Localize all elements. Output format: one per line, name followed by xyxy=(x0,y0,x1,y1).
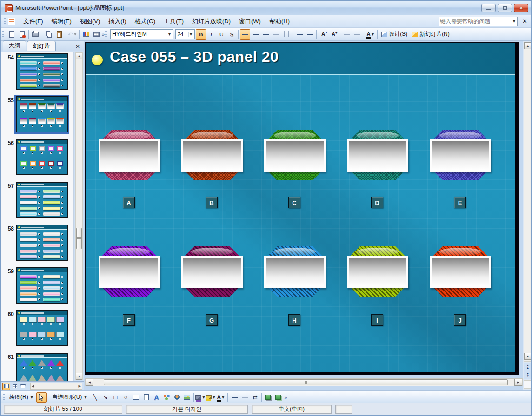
underline-button[interactable]: U xyxy=(216,29,226,40)
panel-3d-A[interactable] xyxy=(99,130,160,180)
scroll-right-icon[interactable]: ▶ xyxy=(79,384,81,388)
tab-slides[interactable]: 幻灯片 xyxy=(27,41,56,51)
autoshapes-button[interactable]: 自选图形(U)▾ xyxy=(50,392,90,403)
scroll-left-icon[interactable]: ◀ xyxy=(32,384,34,388)
numbered-list-button[interactable] xyxy=(294,29,305,40)
decrease-indent-button[interactable] xyxy=(342,29,352,40)
slide-thumbnail-58[interactable] xyxy=(16,225,68,261)
help-dropdown-icon[interactable]: ▾ xyxy=(512,19,516,24)
decrease-font-button[interactable]: A▼ xyxy=(328,29,339,40)
select-objects-button[interactable] xyxy=(36,392,47,403)
slide-thumbnail-57[interactable] xyxy=(16,182,68,218)
align-center-button[interactable] xyxy=(250,29,260,40)
scroll-up-icon[interactable]: ▲ xyxy=(76,53,82,59)
slideshow-button[interactable] xyxy=(19,383,27,390)
menu-item-2[interactable]: 视图(V) xyxy=(76,16,104,27)
horizontal-scroll-track[interactable] xyxy=(93,379,514,386)
scroll-up-icon[interactable]: ▲ xyxy=(524,42,532,49)
scroll-right-icon[interactable]: ▶ xyxy=(514,379,522,386)
toolbar-grip[interactable] xyxy=(3,394,5,401)
font-size-dropdown-icon[interactable]: ▾ xyxy=(188,32,193,37)
italic-button[interactable]: I xyxy=(206,29,216,40)
tab-outline[interactable]: 大纲 xyxy=(3,40,26,51)
slide-thumbnail-59[interactable] xyxy=(16,267,68,304)
draw-font-color-button[interactable]: A▾ xyxy=(216,392,226,403)
font-color-dropdown-icon[interactable]: ▾ xyxy=(371,32,375,37)
menu-item-0[interactable]: 文件(F) xyxy=(19,16,47,27)
open-button[interactable] xyxy=(17,29,27,40)
slide-thumbnail-54[interactable] xyxy=(16,53,68,90)
bullet-list-button[interactable] xyxy=(305,29,315,40)
text-box-button[interactable] xyxy=(131,392,141,403)
panel-3d-J[interactable] xyxy=(430,246,491,297)
next-slide-button[interactable]: ▼▼ xyxy=(524,371,532,379)
diagram-button[interactable] xyxy=(161,392,172,403)
arrow-button[interactable]: ↘ xyxy=(100,392,110,403)
slide-thumbnail-60[interactable] xyxy=(16,310,68,346)
scroll-down-icon[interactable]: ▼ xyxy=(524,353,532,360)
slide-thumbnail-61[interactable] xyxy=(16,353,68,381)
align-right-button[interactable] xyxy=(260,29,271,40)
vertical-text-button[interactable] xyxy=(281,29,291,40)
copy-button[interactable] xyxy=(44,29,54,40)
pane-scrollbar[interactable]: ▲ ▼ xyxy=(75,52,83,380)
font-size-combo[interactable]: 24 ▾ xyxy=(175,29,195,39)
bold-button[interactable]: B xyxy=(196,29,206,40)
toolbar-grip[interactable] xyxy=(4,18,6,25)
pane-scrollbar-thumb[interactable] xyxy=(76,228,82,249)
close-button[interactable]: ✕ xyxy=(514,4,528,12)
panel-3d-G[interactable] xyxy=(181,246,243,297)
new-button[interactable] xyxy=(7,29,17,40)
panel-3d-I[interactable] xyxy=(347,246,408,297)
toolbar-overflow-icon[interactable]: » xyxy=(284,395,287,400)
help-search-input[interactable] xyxy=(440,18,512,25)
minimize-button[interactable] xyxy=(481,4,496,12)
shadow-style-button[interactable] xyxy=(263,392,273,403)
line-color-button[interactable]: ▾ xyxy=(206,392,216,403)
new-slide-button[interactable]: 新幻灯片(N) xyxy=(410,29,452,40)
line-style-button[interactable] xyxy=(229,392,239,403)
insert-table-button[interactable] xyxy=(91,29,101,40)
pane-close-icon[interactable]: ✕ xyxy=(73,42,82,51)
undo-button[interactable]: ↶▾ xyxy=(67,29,78,40)
menu-item-7[interactable]: 窗口(W) xyxy=(235,16,265,27)
menu-item-4[interactable]: 格式(O) xyxy=(131,16,160,27)
pane-horizontal-scrollbar[interactable]: ◀ ▶ xyxy=(30,383,82,390)
font-name-combo[interactable]: HY헤드라인M ▾ xyxy=(110,29,173,39)
clip-art-button[interactable] xyxy=(172,392,182,403)
panel-3d-H[interactable] xyxy=(264,246,326,297)
3d-style-button[interactable] xyxy=(273,392,284,403)
menu-item-1[interactable]: 编辑(E) xyxy=(47,16,76,27)
restore-button[interactable] xyxy=(498,4,512,12)
slide-sorter-button[interactable] xyxy=(11,383,19,390)
oval-button[interactable]: ○ xyxy=(120,392,131,403)
horizontal-scrollbar[interactable]: ◀ ▶ xyxy=(85,378,523,386)
menu-item-8[interactable]: 帮助(H) xyxy=(265,16,294,27)
insert-chart-button[interactable] xyxy=(81,29,91,40)
fill-color-button[interactable]: ▾ xyxy=(195,392,206,403)
draw-menu-button[interactable]: 绘图(R)▾ xyxy=(7,392,36,403)
vertical-scroll-track[interactable]: ▲ ▼ xyxy=(524,42,532,362)
toolbar-grip[interactable] xyxy=(105,31,107,38)
insert-picture-button[interactable] xyxy=(182,392,192,403)
panel-3d-F[interactable] xyxy=(99,246,160,297)
panel-3d-B[interactable] xyxy=(181,130,243,180)
panel-3d-E[interactable] xyxy=(430,130,491,180)
text-shadow-button[interactable]: S xyxy=(226,29,237,40)
toolbar-overflow-icon[interactable]: » xyxy=(101,32,105,37)
align-left-button[interactable] xyxy=(240,29,250,40)
panel-3d-C[interactable] xyxy=(264,130,326,180)
rectangle-button[interactable]: □ xyxy=(110,392,120,403)
menubar-close-icon[interactable]: ✕ xyxy=(522,18,527,25)
paste-button[interactable] xyxy=(54,29,64,40)
horizontal-scroll-thumb[interactable] xyxy=(104,379,508,385)
panel-3d-D[interactable] xyxy=(347,130,408,180)
slide-canvas[interactable]: Case 055 – 3D panel 20 ABCDEFGHIJ xyxy=(85,42,519,375)
dash-style-button[interactable] xyxy=(239,392,250,403)
font-name-dropdown-icon[interactable]: ▾ xyxy=(167,32,172,37)
slide-thumbnail-56[interactable] xyxy=(16,139,68,175)
slide-thumbnail-55[interactable] xyxy=(16,96,68,132)
line-button[interactable]: ╲ xyxy=(90,392,100,403)
normal-view-button[interactable] xyxy=(2,383,10,390)
scroll-down-icon[interactable]: ▼ xyxy=(76,373,82,380)
